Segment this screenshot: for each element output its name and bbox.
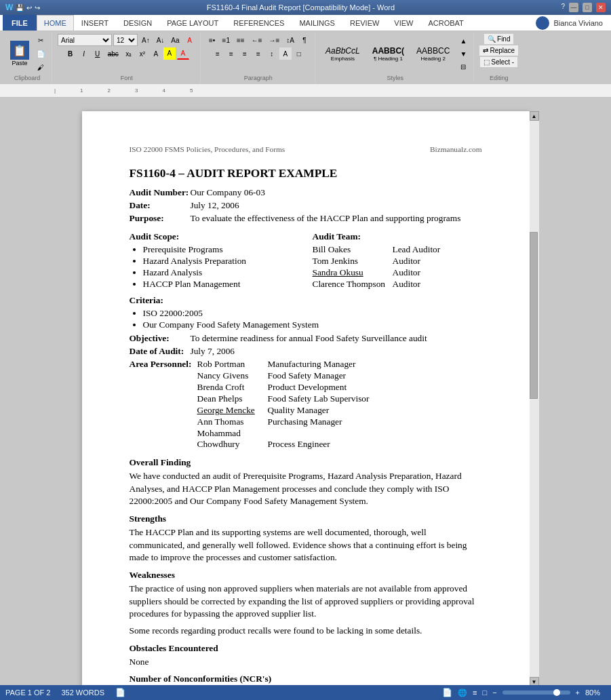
scope-item-2: Hazard Analysis Preparation xyxy=(143,256,299,267)
styles-scroll-up[interactable]: ▲ xyxy=(457,35,469,47)
minimize-btn[interactable]: — xyxy=(569,3,578,12)
personnel-row: Area Personnel: Rob PortmanManufacturing… xyxy=(130,359,482,450)
tab-mailings[interactable]: MAILINGS xyxy=(292,15,342,31)
vertical-scrollbar[interactable]: ▲ ▼ xyxy=(530,111,539,686)
styles-content: AaBbCcL Emphasis AABBC( ¶ Heading 1 AABB… xyxy=(321,34,469,73)
page-header: ISO 22000 FSMS Policies, Procedures, and… xyxy=(130,145,482,156)
tab-acrobat[interactable]: ACROBAT xyxy=(420,15,471,31)
criteria-list: ISO 22000:2005 Our Company Food Safety M… xyxy=(143,308,482,330)
proofing-icon[interactable]: 📄 xyxy=(115,688,125,697)
cut-button[interactable]: ✂ xyxy=(34,34,47,46)
criteria-label-row: Criteria: xyxy=(130,295,482,306)
strengths-text: The HACCP Plan and its supporting system… xyxy=(130,526,482,564)
align-right-btn[interactable]: ≡ xyxy=(239,47,251,60)
quick-access-undo[interactable]: ↩ xyxy=(26,4,32,12)
tab-home[interactable]: HOME xyxy=(37,15,74,31)
styles-label: Styles xyxy=(387,73,403,81)
scroll-thumb[interactable] xyxy=(530,232,538,399)
grow-font-btn[interactable]: A↑ xyxy=(139,34,153,46)
view-draft-btn[interactable]: □ xyxy=(482,688,487,697)
scope-header: Audit Scope: xyxy=(130,231,299,242)
tab-references[interactable]: REFERENCES xyxy=(226,15,292,31)
align-center-btn[interactable]: ≡ xyxy=(225,47,237,60)
ruler: | 1 2 3 4 5 xyxy=(0,84,611,98)
view-outline-btn[interactable]: ≡ xyxy=(473,688,477,697)
purpose-row: Purpose: To evaluate the effectiveness o… xyxy=(130,213,482,224)
paragraph-group: ≡• ≡1 ≡≡ ←≡ →≡ ↕A ¶ ≡ ≡ ≡ ≡ ↕ A □ Paragr… xyxy=(202,33,315,83)
styles-scroll-down[interactable]: ▼ xyxy=(457,47,469,60)
scroll-track[interactable] xyxy=(530,121,539,677)
highlight-btn[interactable]: A xyxy=(163,47,176,60)
maximize-btn[interactable]: □ xyxy=(583,3,592,12)
personnel-5: George MenckeQuality Manager xyxy=(197,405,370,416)
styles-group: AaBbCcL Emphasis AABBC( ¶ Heading 1 AABB… xyxy=(317,33,474,83)
scroll-up-btn[interactable]: ▲ xyxy=(530,111,539,121)
tab-review[interactable]: REVIEW xyxy=(342,15,387,31)
criteria-item-1: ISO 22000:2005 xyxy=(143,308,482,319)
tab-file[interactable]: FILE xyxy=(3,15,37,31)
view-web-btn[interactable]: 🌐 xyxy=(458,688,467,697)
replace-button[interactable]: ⇄ Replace xyxy=(479,45,518,56)
change-case-btn[interactable]: Aa xyxy=(168,34,182,46)
paste-button[interactable]: 📋 Paste xyxy=(7,39,33,69)
styles-expand[interactable]: ⊟ xyxy=(457,60,469,73)
italic-button[interactable]: I xyxy=(78,47,90,60)
font-name-select[interactable]: Arial xyxy=(58,34,112,46)
personnel-3: Brenda CroftProduct Development xyxy=(197,382,370,393)
zoom-out-btn[interactable]: − xyxy=(492,688,496,697)
close-btn[interactable]: ✕ xyxy=(596,3,606,12)
obstacles-header: Obstacles Encountered xyxy=(130,643,482,654)
bullets-btn[interactable]: ≡• xyxy=(206,34,218,46)
font-color-btn[interactable]: A xyxy=(177,47,189,60)
line-spacing-btn[interactable]: ↕ xyxy=(266,47,278,60)
superscript-btn[interactable]: x² xyxy=(136,47,149,60)
header-right: Bizmanualz.com xyxy=(430,145,481,153)
shading-btn[interactable]: A xyxy=(279,47,292,60)
show-marks-btn[interactable]: ¶ xyxy=(298,34,311,46)
font-size-select[interactable]: 12 xyxy=(113,34,138,46)
sort-btn[interactable]: ↕A xyxy=(283,34,297,46)
purpose-label: Purpose: xyxy=(130,213,191,224)
tab-view[interactable]: VIEW xyxy=(387,15,420,31)
view-print-btn[interactable]: 📄 xyxy=(442,688,452,697)
bold-button[interactable]: B xyxy=(64,47,77,60)
format-painter-button[interactable]: 🖌 xyxy=(34,61,47,73)
word-count: 352 WORDS xyxy=(61,688,104,697)
tab-insert[interactable]: INSERT xyxy=(74,15,116,31)
align-left-btn[interactable]: ≡ xyxy=(212,47,224,60)
tab-design[interactable]: DESIGN xyxy=(116,15,159,31)
editing-group: 🔍 Find ⇄ Replace ⬚ Select - Editing xyxy=(475,33,522,83)
subscript-btn[interactable]: x₂ xyxy=(123,47,135,60)
strikethrough-btn[interactable]: abc xyxy=(105,47,121,60)
ribbon-content: 📋 Paste ✂ 📄 🖌 Clipboard Arial 12 A↑ xyxy=(0,31,611,84)
copy-button[interactable]: 📄 xyxy=(34,47,47,60)
tab-page-layout[interactable]: PAGE LAYOUT xyxy=(159,15,226,31)
multilevel-btn[interactable]: ≡≡ xyxy=(234,34,248,46)
numbering-btn[interactable]: ≡1 xyxy=(220,34,233,46)
help-btn[interactable]: ? xyxy=(561,3,565,12)
obstacles-text: None xyxy=(130,656,482,669)
justify-btn[interactable]: ≡ xyxy=(252,47,264,60)
text-effect-btn[interactable]: A xyxy=(150,47,162,60)
zoom-in-btn[interactable]: + xyxy=(576,688,580,697)
underline-button[interactable]: U xyxy=(92,47,104,60)
border-btn[interactable]: □ xyxy=(293,47,305,60)
font-label: Font xyxy=(121,73,133,81)
increase-indent-btn[interactable]: →≡ xyxy=(267,34,283,46)
zoom-slider[interactable] xyxy=(502,691,570,695)
style-heading2[interactable]: AABBCC Heading 2 xyxy=(412,44,454,64)
clear-format-btn[interactable]: A xyxy=(184,34,196,46)
decrease-indent-btn[interactable]: ←≡ xyxy=(249,34,265,46)
zoom-thumb[interactable] xyxy=(553,689,560,696)
overall-finding-text: We have conducted an audit of Prerequisi… xyxy=(130,470,482,508)
style-emphasis[interactable]: AaBbCcL Emphasis xyxy=(321,44,365,64)
select-button[interactable]: ⬚ Select - xyxy=(480,57,517,67)
scope-list: Prerequisite Programs Hazard Analysis Pr… xyxy=(143,244,299,290)
team-header: Audit Team: xyxy=(313,231,482,242)
quick-access-redo[interactable]: ↪ xyxy=(35,4,40,12)
style-heading1[interactable]: AABBC( ¶ Heading 1 xyxy=(368,44,409,64)
find-button[interactable]: 🔍 Find xyxy=(484,34,513,44)
quick-access-save[interactable]: 💾 xyxy=(16,4,24,12)
shrink-font-btn[interactable]: A↓ xyxy=(154,34,167,46)
title-bar-controls: ? — □ ✕ xyxy=(561,3,606,12)
